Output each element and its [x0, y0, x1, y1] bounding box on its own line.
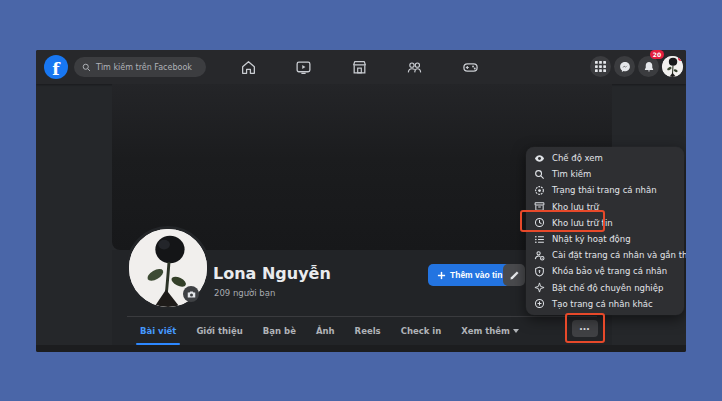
menu-item-view-as[interactable]: Chế độ xem: [526, 150, 684, 166]
tab-photos[interactable]: Ảnh: [306, 317, 345, 345]
archive-icon: [534, 201, 545, 212]
tab-reels[interactable]: Reels: [345, 317, 391, 345]
tab-see-more[interactable]: Xem thêm: [451, 317, 529, 345]
menu-item-profile-status[interactable]: Trạng thái trang cá nhân: [526, 182, 684, 198]
profile-tabs: Bài viết Giới thiệu Bạn bè Ảnh Reels Che…: [130, 317, 529, 345]
facebook-logo[interactable]: f: [44, 55, 68, 79]
professional-mode-icon: [534, 282, 545, 293]
notifications-button[interactable]: 20: [638, 56, 659, 77]
account-alert-dot: [678, 56, 683, 61]
tab-checkin[interactable]: Check in: [391, 317, 452, 345]
top-navigation-bar: f Tìm kiếm trên Facebook: [36, 50, 686, 84]
grid-icon: [595, 61, 606, 72]
change-avatar-button[interactable]: [183, 286, 199, 302]
menu-item-story-archive[interactable]: Kho lưu trữ tin: [526, 215, 684, 231]
search-placeholder: Tìm kiếm trên Facebook: [96, 63, 192, 72]
activity-log-icon: [534, 234, 545, 245]
content-area-edge: [36, 345, 686, 352]
menu-item-professional-mode[interactable]: Bật chế độ chuyên nghiệp: [526, 280, 684, 296]
watch-icon[interactable]: [292, 55, 316, 79]
marketplace-icon[interactable]: [347, 55, 371, 79]
menu-item-create-profile[interactable]: Tạo trang cá nhân khác: [526, 296, 684, 312]
facebook-profile-window: f Tìm kiếm trên Facebook: [36, 50, 686, 352]
friends-count[interactable]: 209 người bạn: [214, 288, 275, 298]
menu-item-search[interactable]: Tìm kiếm: [526, 166, 684, 182]
search-icon: [534, 169, 545, 180]
notification-count-badge: 20: [650, 50, 664, 59]
profile-options-dropdown: Chế độ xem Tìm kiếm Trạng thái trang cá …: [526, 147, 684, 315]
tab-about[interactable]: Giới thiệu: [186, 317, 252, 345]
plus-icon: [437, 271, 446, 280]
camera-icon: [187, 290, 196, 299]
search-icon: [82, 63, 91, 72]
messenger-button[interactable]: [614, 56, 635, 77]
menu-item-activity-log[interactable]: Nhật ký hoạt động: [526, 231, 684, 247]
pencil-icon: [509, 270, 520, 281]
plus-circle-icon: [534, 298, 545, 309]
eye-icon: [534, 153, 545, 164]
header-right-actions: 20: [590, 56, 683, 77]
menu-item-profile-lock[interactable]: Khóa bảo vệ trang cá nhân: [526, 263, 684, 279]
shield-icon: [534, 266, 545, 277]
profile-name: Lona Nguyễn: [213, 264, 331, 283]
menu-item-archive[interactable]: Kho lưu trữ: [526, 199, 684, 215]
tab-posts[interactable]: Bài viết: [130, 317, 186, 345]
menu-item-profile-settings[interactable]: Cài đặt trang cá nhân và gắn thẻ: [526, 247, 684, 263]
gaming-icon[interactable]: [458, 55, 482, 79]
status-badge-icon: [534, 185, 545, 196]
home-icon[interactable]: [236, 55, 260, 79]
messenger-icon: [619, 61, 631, 73]
settings-tag-icon: [534, 250, 545, 261]
groups-icon[interactable]: [403, 55, 427, 79]
caret-down-icon: [513, 329, 519, 333]
profile-more-options-button[interactable]: •••: [572, 320, 598, 337]
apps-grid-button[interactable]: [590, 56, 611, 77]
clock-icon: [534, 217, 545, 228]
search-input[interactable]: Tìm kiếm trên Facebook: [74, 57, 206, 77]
add-to-story-label: Thêm vào tin: [450, 270, 502, 280]
center-nav: [226, 50, 492, 84]
account-avatar-button[interactable]: [662, 56, 683, 77]
bell-icon: [643, 61, 655, 73]
tab-friends[interactable]: Bạn bè: [253, 317, 306, 345]
edit-profile-button[interactable]: [503, 264, 525, 286]
add-to-story-button[interactable]: Thêm vào tin: [428, 264, 511, 286]
